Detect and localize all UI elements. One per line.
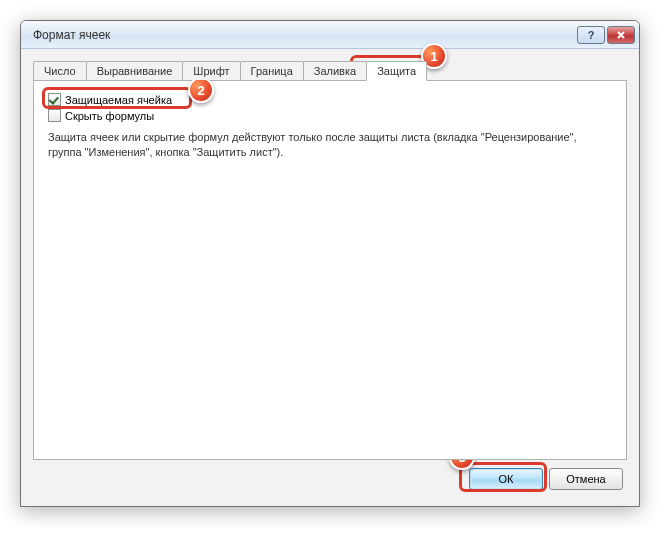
tab-border[interactable]: Граница xyxy=(240,61,304,80)
close-button[interactable] xyxy=(607,26,635,44)
ok-button[interactable]: ОК xyxy=(469,468,543,490)
tab-protection[interactable]: Защита xyxy=(366,61,427,81)
client-area: Число Выравнивание Шрифт Граница Заливка… xyxy=(21,49,639,506)
checkbox-hidden[interactable] xyxy=(48,109,61,122)
cancel-button[interactable]: Отмена xyxy=(549,468,623,490)
help-button[interactable]: ? xyxy=(577,26,605,44)
checkbox-locked-label: Защищаемая ячейка xyxy=(65,94,172,106)
button-bar: ОК Отмена 3 xyxy=(33,460,627,494)
tab-fill[interactable]: Заливка xyxy=(303,61,367,80)
tab-number[interactable]: Число xyxy=(33,61,87,80)
tabstrip: Число Выравнивание Шрифт Граница Заливка… xyxy=(33,61,627,80)
dialog-format-cells: Формат ячеек ? Число Выравнивание Шрифт … xyxy=(20,20,640,507)
close-icon xyxy=(616,30,626,40)
description-text: Защита ячеек или скрытие формул действую… xyxy=(48,130,608,160)
panel-protection: Защищаемая ячейка Скрыть формулы Защита … xyxy=(33,80,627,460)
tab-font[interactable]: Шрифт xyxy=(182,61,240,80)
checkbox-hidden-row[interactable]: Скрыть формулы xyxy=(48,109,612,122)
checkbox-hidden-label: Скрыть формулы xyxy=(65,110,154,122)
tab-alignment[interactable]: Выравнивание xyxy=(86,61,184,80)
checkbox-locked-row[interactable]: Защищаемая ячейка xyxy=(48,93,612,106)
titlebar: Формат ячеек ? xyxy=(21,21,639,49)
window-title: Формат ячеек xyxy=(33,28,575,42)
checkbox-locked[interactable] xyxy=(48,93,61,106)
